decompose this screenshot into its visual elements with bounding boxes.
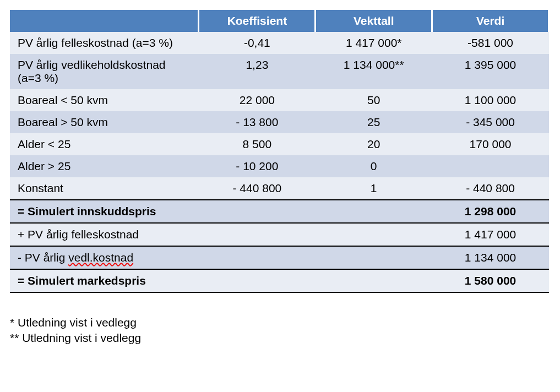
row-label: PV årlig vedlikeholdskostnad (a=3 %) xyxy=(10,54,199,89)
table-row: Alder < 25 8 500 20 170 000 xyxy=(10,133,549,155)
cell-koeffisient: - 440 800 xyxy=(199,177,316,200)
table-row: PV årlig vedlikeholdskostnad (a=3 %) 1,2… xyxy=(10,54,549,89)
calculation-table: Koeffisient Vekttall Verdi PV årlig fell… xyxy=(10,10,550,293)
cell-koeffisient: 1,23 xyxy=(199,54,316,89)
cell-vekttall: 1 134 000** xyxy=(316,54,432,89)
row-label: = Simulert innskuddspris xyxy=(10,200,199,223)
cell-koeffisient xyxy=(199,269,316,292)
cell-koeffisient: -0,41 xyxy=(199,32,316,54)
header-verdi: Verdi xyxy=(432,10,549,32)
table-row: Alder > 25 - 10 200 0 xyxy=(10,155,549,177)
cell-verdi: 1 298 000 xyxy=(432,200,549,223)
row-label: Konstant xyxy=(10,177,199,200)
cell-verdi: -581 000 xyxy=(432,32,549,54)
cell-vekttall: 1 417 000* xyxy=(316,32,432,54)
cell-koeffisient xyxy=(199,246,316,269)
cell-vekttall xyxy=(316,223,432,246)
footnote-2: ** Utledning vist i vedlegg xyxy=(10,330,550,346)
cell-vekttall: 1 xyxy=(316,177,432,200)
cell-vekttall xyxy=(316,246,432,269)
cell-verdi: - 345 000 xyxy=(432,111,549,133)
table-row: Boareal < 50 kvm 22 000 50 1 100 000 xyxy=(10,89,549,111)
label-spellmarked: vedl.kostnad xyxy=(68,251,133,264)
cell-koeffisient: 8 500 xyxy=(199,133,316,155)
row-label: PV årlig felleskostnad (a=3 %) xyxy=(10,32,199,54)
cell-vekttall xyxy=(316,269,432,292)
cell-verdi: 1 395 000 xyxy=(432,54,549,89)
row-label: Alder < 25 xyxy=(10,133,199,155)
cell-verdi: 1 417 000 xyxy=(432,223,549,246)
cell-verdi: 1 134 000 xyxy=(432,246,549,269)
footnotes: * Utledning vist i vedlegg ** Utledning … xyxy=(10,315,550,346)
cell-vekttall xyxy=(316,200,432,223)
cell-vekttall: 50 xyxy=(316,89,432,111)
table-row: Konstant - 440 800 1 - 440 800 xyxy=(10,177,549,200)
header-koeffisient: Koeffisient xyxy=(199,10,316,32)
cell-verdi: 170 000 xyxy=(432,133,549,155)
table-row: Boareal > 50 kvm - 13 800 25 - 345 000 xyxy=(10,111,549,133)
footnote-1: * Utledning vist i vedlegg xyxy=(10,315,550,330)
summary-row: - PV årlig vedl.kostnad 1 134 000 xyxy=(10,246,549,269)
cell-vekttall: 20 xyxy=(316,133,432,155)
header-vekttall: Vekttall xyxy=(316,10,432,32)
cell-koeffisient: - 10 200 xyxy=(199,155,316,177)
summary-row-innskuddspris: = Simulert innskuddspris 1 298 000 xyxy=(10,200,549,223)
cell-verdi: 1 580 000 xyxy=(432,269,549,292)
cell-verdi xyxy=(432,155,549,177)
row-label: Alder > 25 xyxy=(10,155,199,177)
row-label: = Simulert markedspris xyxy=(10,269,199,292)
summary-row-markedspris: = Simulert markedspris 1 580 000 xyxy=(10,269,549,292)
cell-koeffisient: 22 000 xyxy=(199,89,316,111)
cell-koeffisient xyxy=(199,223,316,246)
cell-koeffisient: - 13 800 xyxy=(199,111,316,133)
cell-verdi: 1 100 000 xyxy=(432,89,549,111)
cell-vekttall: 25 xyxy=(316,111,432,133)
row-label: Boareal < 50 kvm xyxy=(10,89,199,111)
summary-row: + PV årlig felleskostnad 1 417 000 xyxy=(10,223,549,246)
table-row: PV årlig felleskostnad (a=3 %) -0,41 1 4… xyxy=(10,32,549,54)
row-label: Boareal > 50 kvm xyxy=(10,111,199,133)
header-row: Koeffisient Vekttall Verdi xyxy=(10,10,549,32)
cell-koeffisient xyxy=(199,200,316,223)
label-prefix: - PV årlig xyxy=(18,251,68,264)
row-label: + PV årlig felleskostnad xyxy=(10,223,199,246)
cell-vekttall: 0 xyxy=(316,155,432,177)
header-blank xyxy=(10,10,199,32)
cell-verdi: - 440 800 xyxy=(432,177,549,200)
row-label: - PV årlig vedl.kostnad xyxy=(10,246,199,269)
